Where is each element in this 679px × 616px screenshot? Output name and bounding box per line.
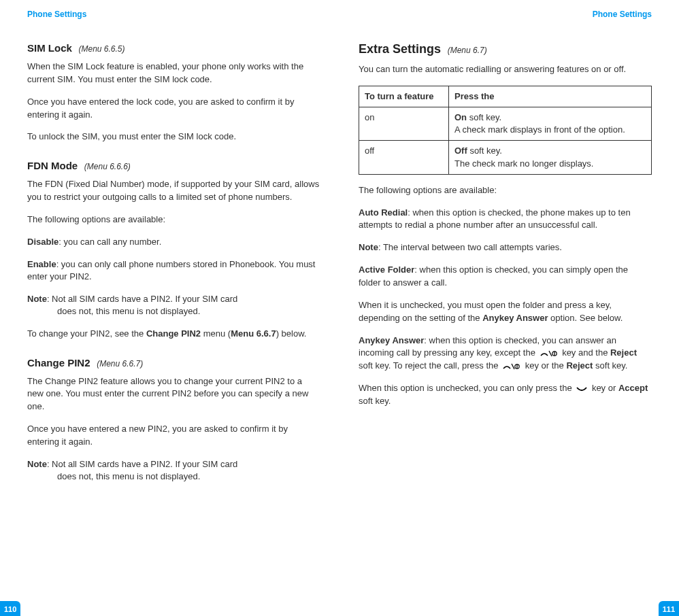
svg-line-0 — [549, 351, 552, 356]
pin2-note: Note: Not all SIM cards have a PIN2. If … — [27, 458, 320, 483]
menu-ref-pin2: (Menu 6.6.7) — [97, 359, 143, 369]
section-pin2: Change PIN2 (Menu 6.6.7) The Change PIN2… — [27, 357, 320, 483]
section-extra: Extra Settings (Menu 6.7) — [359, 42, 652, 56]
auto-redial-note: Note: The interval between two call atte… — [359, 241, 652, 254]
end-key-icon — [540, 349, 559, 358]
page-number-left: 110 — [0, 601, 20, 616]
page-spread: Phone Settings SIM Lock (Menu 6.6.5) Whe… — [0, 0, 679, 616]
svg-line-3 — [512, 364, 514, 369]
heading-pin2: Change PIN2 — [27, 357, 90, 369]
heading-fdn: FDN Mode — [27, 160, 78, 171]
fdn-p2: The following options are available: — [27, 213, 320, 226]
fdn-p1: The FDN (Fixed Dial Number) mode, if sup… — [27, 178, 320, 204]
extra-p1: You can turn the automatic redialling or… — [359, 63, 652, 76]
label-disable: Disable — [27, 237, 59, 247]
note-label: Note — [27, 459, 47, 469]
sim-lock-p2: Once you have entered the lock code, you… — [27, 96, 320, 122]
heading-extra: Extra Settings — [359, 42, 441, 56]
page-number-right: 111 — [659, 601, 679, 616]
table-row: To turn a feature Press the — [359, 86, 652, 107]
note-text-cont: does not, this menu is not displayed. — [27, 470, 237, 483]
fdn-enable: Enable: you can only call phone numbers … — [27, 258, 320, 284]
page-header-left: Phone Settings — [27, 10, 320, 19]
send-key-icon — [576, 385, 588, 393]
table-row: on On soft key. A check mark displays in… — [359, 107, 652, 141]
label-active-folder: Active Folder — [359, 264, 414, 275]
table-row: off Off soft key. The check mark no long… — [359, 141, 652, 174]
page-left: Phone Settings SIM Lock (Menu 6.6.5) Whe… — [0, 0, 340, 616]
note-text: : Not all SIM cards have a PIN2. If your… — [47, 294, 237, 304]
pin2-p1: The Change PIN2 feature allows you to ch… — [27, 375, 320, 414]
table-cell: Off soft key. The check mark no longer d… — [449, 141, 652, 174]
feature-table: To turn a feature Press the on On soft k… — [359, 86, 652, 175]
sim-lock-p1: When the SIM Lock feature is enabled, yo… — [27, 61, 320, 86]
menu-ref-sim-lock: (Menu 6.6.5) — [78, 44, 125, 54]
anykey-answer: Anykey Answer: when this option is check… — [359, 335, 652, 373]
page-right: Phone Settings Extra Settings (Menu 6.7)… — [340, 0, 679, 616]
anykey-unchecked: When this option is unchecked, you can o… — [359, 382, 652, 408]
section-sim-lock: SIM Lock (Menu 6.6.5) — [27, 42, 320, 54]
heading-sim-lock: SIM Lock — [27, 42, 72, 54]
label-enable: Enable — [27, 259, 56, 269]
text-disable: : you can call any number. — [59, 237, 161, 247]
table-cell: On soft key. A check mark displays in fr… — [449, 107, 652, 141]
active-folder-unchecked: When it is unchecked, you must open the … — [359, 299, 652, 325]
sim-lock-p3: To unlock the SIM, you must enter the SI… — [27, 131, 320, 143]
fdn-note: Note: Not all SIM cards have a PIN2. If … — [27, 293, 320, 318]
note-text-cont: does not, this menu is not displayed. — [27, 305, 237, 318]
label-auto-redial: Auto Redial — [359, 207, 408, 218]
menu-ref-fdn: (Menu 6.6.6) — [84, 162, 131, 171]
table-header: To turn a feature — [359, 86, 449, 107]
active-folder: Active Folder: when this option is check… — [359, 264, 652, 290]
fdn-p3: To change your PIN2, see the Change PIN2… — [27, 328, 320, 341]
extra-p2: The following options are available: — [359, 184, 652, 197]
end-key-icon — [502, 362, 521, 371]
pin2-p2: Once you have entered a new PIN2, you ar… — [27, 423, 320, 449]
text-enable: : you can only call phone numbers stored… — [27, 259, 315, 282]
page-header-right: Phone Settings — [359, 10, 652, 19]
note-text: : Not all SIM cards have a PIN2. If your… — [47, 459, 237, 469]
menu-ref-extra: (Menu 6.7) — [448, 46, 487, 55]
label-anykey: Anykey Answer — [359, 335, 424, 345]
auto-redial: Auto Redial: when this option is checked… — [359, 207, 652, 233]
fdn-disable: Disable: you can call any number. — [27, 236, 320, 249]
table-cell: on — [359, 107, 449, 141]
table-header: Press the — [449, 86, 652, 107]
table-cell: off — [359, 141, 449, 174]
note-label: Note — [27, 294, 47, 304]
section-fdn: FDN Mode (Menu 6.6.6) The FDN (Fixed Dia… — [27, 160, 320, 340]
